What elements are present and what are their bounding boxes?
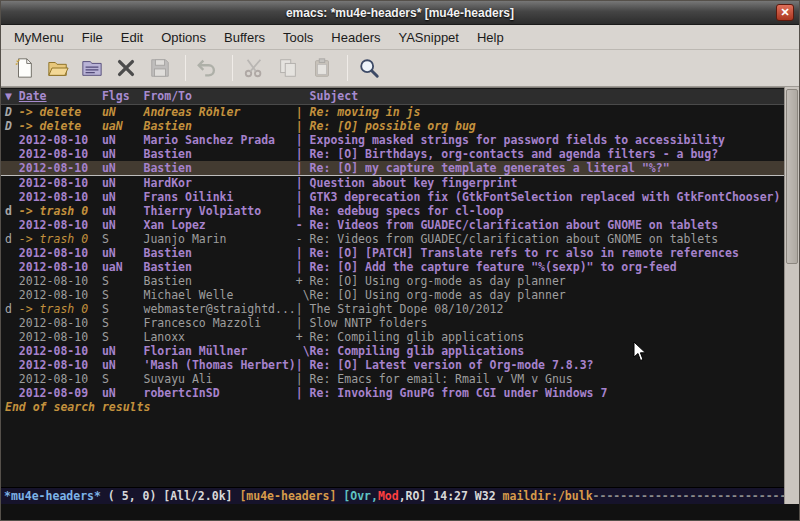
message-row[interactable]: 2012-08-10uNBastien|Re: [O] [PATCH] Tran… xyxy=(1,246,784,260)
menu-options[interactable]: Options xyxy=(152,27,215,48)
message-sep: | xyxy=(296,147,310,161)
message-row[interactable]: 2012-08-10SBastien+Re: [O] Using org-mod… xyxy=(1,274,784,288)
message-sep: | xyxy=(296,133,310,147)
message-flags: uN xyxy=(102,204,144,218)
message-row[interactable]: 2012-08-10uNXan Lopez-Re: Videos from GU… xyxy=(1,218,784,232)
message-flags: S xyxy=(102,274,144,288)
message-row[interactable]: 2012-08-10uNHardKor|Question about key f… xyxy=(1,176,784,190)
message-row[interactable]: 2012-08-10SMichael Welle \Re: [O] Using … xyxy=(1,288,784,302)
message-from: Lanoxx xyxy=(143,330,295,344)
cut-button xyxy=(239,53,270,83)
message-date: 2012-08-10 xyxy=(19,274,102,288)
message-sep: | xyxy=(296,246,310,260)
message-row[interactable]: D-> deleteuaNBastien|Re: [O] possible or… xyxy=(1,119,784,133)
floppy-save-icon xyxy=(149,57,172,79)
message-row[interactable]: 2012-08-10uaNBastien|Re: [O] Add the cap… xyxy=(1,260,784,274)
message-sep: | xyxy=(296,358,310,372)
new-file-button[interactable] xyxy=(9,53,40,83)
message-sep: + xyxy=(296,274,310,288)
header-line[interactable]: ▼DateFlgsFrom/ToSubject xyxy=(1,89,784,105)
message-sep: | xyxy=(296,204,310,218)
message-from: Bastien xyxy=(143,119,295,133)
headers-rows: D-> deleteuNAndreas Röhler|Re: moving in… xyxy=(1,105,784,400)
message-flags: S xyxy=(102,302,144,316)
search-button[interactable] xyxy=(354,53,385,83)
menu-mymenu[interactable]: MyMenu xyxy=(5,27,73,48)
menu-yasnippet[interactable]: YASnippet xyxy=(389,27,467,48)
message-row[interactable]: 2012-08-10uNBastien|Re: [O] Birthdays, o… xyxy=(1,147,784,161)
message-subject: Re: [O] Using org-mode as day planner xyxy=(310,288,566,302)
scrollbar-thumb[interactable] xyxy=(786,89,798,264)
modeline-maildir: maildir:/bulk xyxy=(503,489,593,503)
message-date: 2012-08-10 xyxy=(19,372,102,386)
open-file-button[interactable] xyxy=(43,53,74,83)
toolbar xyxy=(1,50,799,87)
message-from: Florian Müllner xyxy=(143,344,295,358)
message-prefix: d xyxy=(5,204,19,218)
message-sep: | xyxy=(296,260,310,274)
message-row[interactable]: 2012-08-10SLanoxx+Re: Compiling glib app… xyxy=(1,330,784,344)
message-sep: | xyxy=(296,119,310,133)
message-date: 2012-08-10 xyxy=(19,218,102,232)
message-from: 'Mash (Thomas Herbert) xyxy=(143,358,295,372)
message-subject: Re: edebug specs for cl-loop xyxy=(310,204,504,218)
message-date: 2012-08-10 xyxy=(19,147,102,161)
column-header-subject[interactable]: Subject xyxy=(310,89,358,103)
menu-help[interactable]: Help xyxy=(468,27,513,48)
message-row[interactable]: d-> trash 0SJuanjo Marin-Re: Videos from… xyxy=(1,232,784,246)
message-from: Bastien xyxy=(143,260,295,274)
new-file-icon xyxy=(13,57,36,79)
message-row[interactable]: D-> deleteuNAndreas Röhler|Re: moving in… xyxy=(1,105,784,119)
kill-buffer-button[interactable] xyxy=(111,53,142,83)
modeline-major-mode: [mu4e-headers] xyxy=(239,489,336,503)
message-row[interactable]: 2012-08-09uNrobertcInSD|Re: Invoking Gnu… xyxy=(1,386,784,400)
message-date: 2012-08-09 xyxy=(19,386,102,400)
message-sep: | xyxy=(296,316,310,330)
end-of-search-results: End of search results xyxy=(1,400,784,414)
message-row[interactable]: 2012-08-10uN'Mash (Thomas Herbert)|Re: [… xyxy=(1,358,784,372)
column-header-flags[interactable]: Flgs xyxy=(102,89,144,104)
message-flags: uN xyxy=(102,161,144,175)
message-subject: Re: [O] Using org-mode as day planner xyxy=(310,274,566,288)
message-row[interactable]: 2012-08-10uNMario Sanchez Prada|Exposing… xyxy=(1,133,784,147)
message-subject: Re: Compiling glib applications xyxy=(310,344,525,358)
message-sep: | xyxy=(296,161,310,175)
menu-edit[interactable]: Edit xyxy=(112,27,152,48)
message-row[interactable]: 2012-08-10SSuvayu Ali|Re: Emacs for emai… xyxy=(1,372,784,386)
save-buffer-button xyxy=(145,53,176,83)
titlebar[interactable]: emacs: *mu4e-headers* [mu4e-headers] ✕ xyxy=(1,1,799,25)
message-row[interactable]: d-> trash 0Swebmaster@straightd...|The S… xyxy=(1,302,784,316)
dired-button[interactable] xyxy=(77,53,108,83)
menu-headers[interactable]: Headers xyxy=(322,27,389,48)
message-date: 2012-08-10 xyxy=(19,176,102,190)
clipboard-paste-icon xyxy=(311,57,334,79)
menu-tools[interactable]: Tools xyxy=(274,27,322,48)
message-subject: Re: [O] Add the capture feature "%(sexp)… xyxy=(310,260,677,274)
mode-line[interactable]: *mu4e-headers* ( 5, 0) [All/2.0k] [mu4e-… xyxy=(1,487,784,504)
undo-arrow-icon xyxy=(196,57,219,79)
message-from: Suvayu Ali xyxy=(143,372,295,386)
message-row[interactable]: 2012-08-10SFrancesco Mazzoli|Slow NNTP f… xyxy=(1,316,784,330)
headers-buffer[interactable]: ▼DateFlgsFrom/ToSubject D-> deleteuNAndr… xyxy=(1,88,784,487)
message-subject: Re: [O] possible org bug xyxy=(310,119,476,133)
message-sep: | xyxy=(296,176,310,190)
message-row[interactable]: d-> trash 0uNThierry Volpiatto|Re: edebu… xyxy=(1,204,784,218)
dired-folder-icon xyxy=(81,57,104,79)
message-date: -> delete xyxy=(19,105,102,119)
menu-file[interactable]: File xyxy=(73,27,112,48)
scrollbar[interactable] xyxy=(784,87,799,504)
message-sep: - xyxy=(296,218,310,232)
message-flags: uaN xyxy=(102,119,144,133)
minibuffer[interactable] xyxy=(1,504,799,520)
column-header-date[interactable]: Date xyxy=(19,89,102,104)
message-row[interactable]: 2012-08-10uNBastien|Re: [O] my capture t… xyxy=(1,161,784,176)
message-from: Juanjo Marin xyxy=(143,232,295,246)
message-row[interactable]: 2012-08-10uNFrans Oilinki|GTK3 deprecati… xyxy=(1,190,784,204)
message-flags: uN xyxy=(102,344,144,358)
message-row[interactable]: 2012-08-10uNFlorian Müllner \Re: Compili… xyxy=(1,344,784,358)
column-header-from[interactable]: From/To xyxy=(143,89,295,104)
message-date: 2012-08-10 xyxy=(19,161,102,175)
message-flags: uN xyxy=(102,358,144,372)
menu-buffers[interactable]: Buffers xyxy=(215,27,274,48)
close-button[interactable]: ✕ xyxy=(776,4,794,21)
